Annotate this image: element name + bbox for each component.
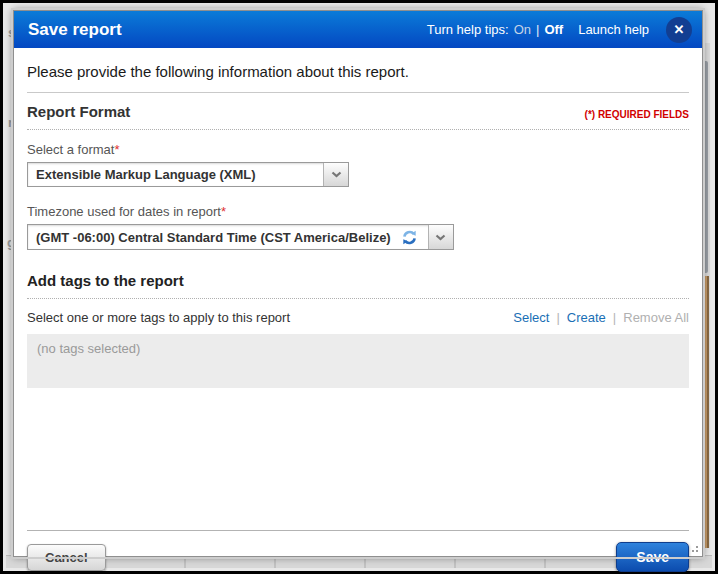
- close-icon[interactable]: ✕: [666, 17, 692, 43]
- timezone-select-value: (GMT -06:00) Central Standard Time (CST …: [28, 230, 391, 245]
- tags-controls-row: Select one or more tags to apply to this…: [27, 310, 689, 325]
- format-label: Select a format*: [27, 142, 689, 157]
- divider: [27, 92, 689, 93]
- cancel-button[interactable]: Cancel: [27, 544, 106, 571]
- link-separator: |: [613, 310, 616, 325]
- dialog-footer: Cancel Save: [27, 531, 689, 572]
- required-asterisk: *: [114, 142, 119, 157]
- timezone-select[interactable]: (GMT -06:00) Central Standard Time (CST …: [27, 224, 454, 250]
- required-fields-note: (*) REQUIRED FIELDS: [585, 109, 689, 120]
- tags-links: Select | Create | Remove All: [513, 310, 689, 325]
- report-format-section-header: Report Format (*) REQUIRED FIELDS: [27, 103, 689, 130]
- format-select-value: Extensible Markup Language (XML): [28, 167, 256, 182]
- tags-instruction: Select one or more tags to apply to this…: [27, 310, 290, 325]
- refresh-icon[interactable]: [398, 229, 421, 246]
- empty-space: [27, 388, 689, 530]
- required-asterisk: *: [221, 204, 226, 219]
- chevron-down-icon[interactable]: [323, 163, 348, 186]
- help-tips-label: Turn help tips:: [427, 22, 509, 37]
- selected-tags-box: (no tags selected): [27, 334, 689, 388]
- report-format-heading: Report Format: [27, 103, 130, 120]
- select-tags-link[interactable]: Select: [513, 310, 549, 325]
- remove-all-tags-link[interactable]: Remove All: [623, 310, 689, 325]
- save-report-dialog: Save report Turn help tips: On | Off Lau…: [13, 10, 703, 557]
- dialog-title: Save report: [28, 20, 122, 40]
- chevron-down-icon[interactable]: [428, 225, 453, 249]
- tags-section-header: Add tags to the report: [27, 272, 689, 299]
- intro-text: Please provide the following information…: [27, 63, 689, 80]
- help-tips-off-toggle[interactable]: Off: [544, 22, 563, 37]
- screenshot-frame: s r gs Save report Turn help tips: On | …: [0, 0, 718, 574]
- no-tags-placeholder: (no tags selected): [37, 341, 140, 356]
- dialog-header: Save report Turn help tips: On | Off Lau…: [14, 11, 702, 48]
- help-tips-on-toggle[interactable]: On: [514, 22, 531, 37]
- help-tips-separator: |: [536, 22, 539, 37]
- link-separator: |: [556, 310, 559, 325]
- dialog-body: Please provide the following information…: [14, 63, 702, 572]
- header-help-controls: Turn help tips: On | Off Launch help ✕: [427, 17, 692, 43]
- resize-grip[interactable]: [690, 544, 699, 553]
- tags-heading: Add tags to the report: [27, 272, 184, 289]
- save-button[interactable]: Save: [616, 542, 689, 572]
- timezone-label: Timezone used for dates in report*: [27, 204, 689, 219]
- create-tag-link[interactable]: Create: [567, 310, 606, 325]
- format-select[interactable]: Extensible Markup Language (XML): [27, 162, 349, 187]
- launch-help-link[interactable]: Launch help: [578, 22, 649, 37]
